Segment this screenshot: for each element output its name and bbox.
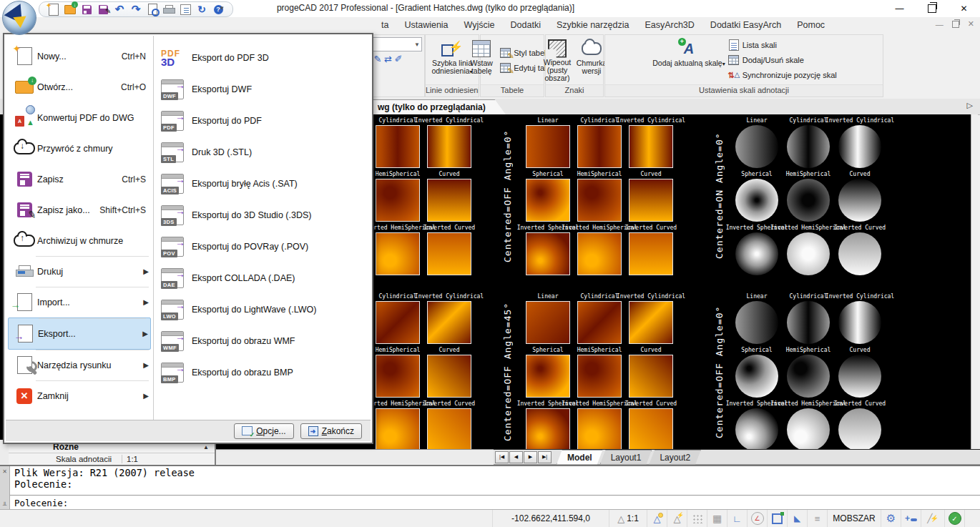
status-snap[interactable] [687,510,707,527]
menu-item-eksportuj-do-lightwave-lwo[interactable]: →LWOEksportuj do LightWave (.LWO) [154,294,371,325]
menu-item-zapisz-jako[interactable]: ✎Zapisz jako...Shift+Ctrl+S [6,194,153,225]
menu-item-drukuj[interactable]: Drukuj▶ [6,256,153,287]
app-logo[interactable] [2,1,36,35]
menu-tab-ta[interactable]: ta [373,20,396,30]
tab-nav-next-icon[interactable]: ▶ [524,451,537,463]
file-menu-footer: Opcje... ➜ Zakończ [6,420,371,441]
menu-item-eksportuj-bry-acis-sat[interactable]: →ACISEksportuj bryłę Acis (.SAT) [154,168,371,200]
status-osnap[interactable] [768,510,788,527]
menu-item-eksportuj-do-obrazu-bmp[interactable]: →BMPEksportuj do obrazu BMP [154,357,371,388]
menu-item-eksport-do-pdf-3d[interactable]: PDF3DEksport do PDF 3D [154,42,371,74]
close-icon[interactable]: ✕ [2,468,7,475]
menu-item-eksportuj-dwf[interactable]: →DWFEksportuj DWF [154,74,371,105]
menu-item-eksportuj-do-obrazu-wmf[interactable]: →WMFEksportuj do obrazu WMF [154,325,371,357]
ribbon-button-dodaj-aktualn-skal[interactable]: A+Dodaj aktualną skalę▾ [651,36,727,84]
status-annotation-scale[interactable]: △1:1 [609,510,647,527]
menu-item-eksport-collada-dae[interactable]: →DAEEksport COLLADA (.DAE) [154,262,371,294]
gradient-swatch-linear [526,125,570,168]
status-ortho[interactable]: ∟ [727,510,748,527]
menu-tab-dodatki[interactable]: Dodatki [503,20,549,30]
status-otrack[interactable]: ◣ [788,510,808,527]
menu-item-druk-3d-stl[interactable]: →STLDruk 3D (.STL) [154,137,371,168]
save-as-icon[interactable]: ✎ [97,4,109,15]
gradient-swatch-cylindrical [787,125,830,168]
gradient-label: Inverted Cylindrical [617,117,685,124]
menu-tab-easyarch3d[interactable]: EasyArch3D [637,20,702,30]
redo-icon[interactable]: ↷ [130,4,142,15]
tab-scroll-right-icon[interactable]: ▷ [967,101,973,110]
menu-item-eksportuj-do-povray-pov[interactable]: →POVEksportuj do POVRay (.POV) [154,231,371,262]
mdi-restore-button[interactable] [952,21,959,28]
save-icon[interactable] [81,4,92,15]
ribbon-button-lista-skali[interactable]: Lista skali [728,39,837,51]
minimize-button[interactable]: — [883,0,916,17]
tab-nav-prev-icon[interactable]: ◀ [509,451,523,463]
print-icon[interactable] [163,4,175,15]
pin-icon[interactable]: ╨ [3,502,7,508]
menu-item-otw-rz[interactable]: ↓Otwórz...Ctrl+O [6,72,153,102]
sync-icon[interactable]: ↻ [196,4,207,15]
ribbon-button-wstaw-tabel[interactable]: Wstaw tabelę [465,36,498,84]
collapse-icon[interactable]: ▲ [203,444,209,450]
menu-tab-pomoc[interactable]: Pomoc [789,20,833,30]
layout-tab-layout1[interactable]: Layout1 [600,450,652,465]
ribbon-group-tabele: Wstaw tabelę✎Styl tabeli✎Edytuj tabelęTa… [480,34,544,97]
layout-tab-model[interactable]: Model [557,450,603,465]
menu-item-eksportuj-do-pdf[interactable]: →PDFEksportuj do PDF [154,105,371,137]
menu-item-konwertuj-pdf-do-dwg[interactable]: A▲Konwertuj PDF do DWG [6,102,153,133]
status-annotation-autoscale[interactable]: △⚡ [667,510,687,527]
gradient-swatch-inverted-curved [427,232,471,275]
ribbon-button-synchronizuje-pozycj-skal[interactable]: ⇅△Synchronizuje pozycję skal [728,69,837,82]
close-button[interactable]: ✕ [948,0,980,17]
quick-access-toolbar: ✦↓✎↶↷↻? [39,1,233,17]
tab-nav-last-icon[interactable]: ▶| [538,451,552,463]
options-icon[interactable] [180,4,191,15]
status-status-ok[interactable]: ✓ [945,510,965,527]
menu-tab-wyj-cie[interactable]: Wyjście [456,20,503,30]
status-mode[interactable]: MOBSZAR [828,510,881,527]
menu-tab-ustawienia[interactable]: Ustawienia [396,20,456,30]
menu-item-label: Eksport... [38,329,142,339]
open-icon[interactable]: ↓ [64,4,76,15]
canvas-scrollbar[interactable] [971,114,978,449]
gradient-cell: Spherical [525,347,571,398]
menu-item-zapisz[interactable]: ZapiszCtrl+S [6,164,153,194]
status-settings[interactable]: ⚙ [881,510,901,527]
quit-button[interactable]: ➜ Zakończ [300,423,362,439]
status-quick-input[interactable]: + [901,510,921,527]
menu-item-eksport[interactable]: →Eksport...▶ [8,317,151,350]
menu-tab-dodatki-easyarch[interactable]: Dodatki EasyArch [702,20,789,30]
status-dynamic-input[interactable]: ╱⚡ [921,510,945,527]
tab-nav-first-icon[interactable]: |◀ [495,451,509,463]
options-button[interactable]: Opcje... [234,423,293,439]
restore-button[interactable] [916,0,948,17]
mdi-minimize-button[interactable]: — [936,20,944,29]
scale-list-icon [728,39,740,51]
menu-item-zamknij[interactable]: ✕Zamknij▶ [6,380,153,411]
menu-item-nowy[interactable]: ✦Nowy...Ctrl+N [6,41,153,72]
menu-tab-szybkie-narz-dzia[interactable]: Szybkie narzędzia [549,20,637,30]
status-lineweight[interactable]: ≡ [808,510,828,527]
mdi-close-button[interactable]: ✕ [968,19,974,29]
toolbar-overflow-icon[interactable]: ▾ [220,4,224,11]
gradient-swatch-inverted-cylindrical [629,301,673,344]
menu-item-import[interactable]: →Import...▶ [6,287,153,317]
menu-item-archiwizuj-w-chmurze[interactable]: ↑Archiwizuj w chmurze [6,225,153,256]
new-icon[interactable]: ✦ [48,4,59,15]
layout-tab-layout2[interactable]: Layout2 [649,450,701,465]
status-annotation-visibility[interactable]: △ [647,510,667,527]
status-grid[interactable]: ▦ [707,510,727,527]
command-input[interactable]: Polecenie: [10,496,980,511]
menu-item-eksportuj-do-3d-studio-3ds[interactable]: →3DSEksportuj do 3D Studio (.3DS) [154,200,371,231]
menu-item-przywr-z-chmury[interactable]: ↓Przywróć z chmury [6,133,153,164]
ribbon-button-dodaj-usu-skale[interactable]: Dodaj/Usuń skale [728,54,837,67]
print-preview-icon[interactable] [147,4,158,15]
undo-icon[interactable]: ↶ [114,4,125,15]
acis-file-icon: →ACIS [161,174,184,194]
ribbon-button-chmurka-wersji[interactable]: Chmurka wersji [575,36,608,84]
ribbon-button-wipeout-pusty-obszar[interactable]: Wipeout (pusty obszar) [541,36,574,84]
table-edit-icon: ✎ [499,63,511,73]
menu-item-narz-dzia-rysunku[interactable]: Narzędzia rysunku▶ [6,350,153,380]
status-polar[interactable]: ∠ [748,510,768,527]
properties-row[interactable]: Skala adnotacii 1:1 [9,453,215,465]
